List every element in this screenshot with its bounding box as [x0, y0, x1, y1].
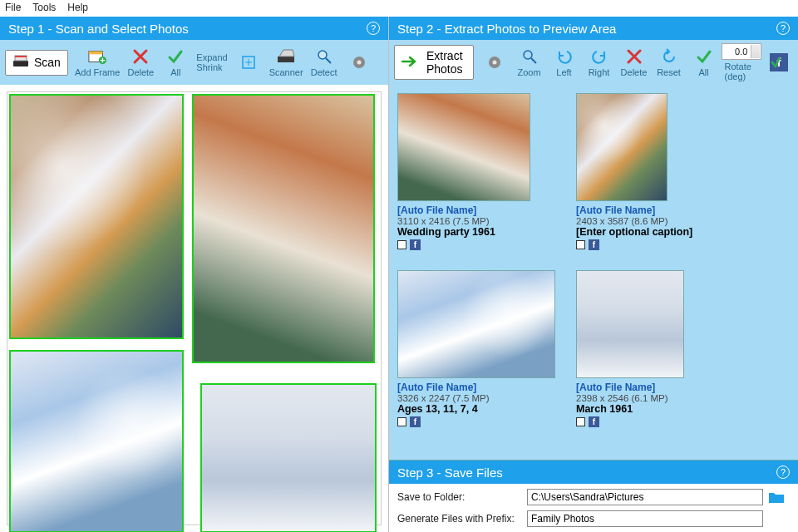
menu-tools[interactable]: Tools: [32, 2, 56, 15]
delete-preview-button[interactable]: Delete: [620, 47, 648, 77]
all-label: All: [170, 67, 180, 77]
browse-folder-button[interactable]: [768, 490, 785, 504]
detect-button[interactable]: Detect: [310, 47, 338, 77]
resize-icon: [239, 53, 258, 71]
caption-text[interactable]: March 1961: [576, 403, 738, 415]
auto-filename[interactable]: [Auto File Name]: [576, 382, 738, 393]
step3-body: Save to Folder: Generate Files with Pref…: [389, 484, 798, 532]
gear-icon: [350, 53, 368, 71]
step2-title: Step 2 - Extract Photos to Preview Area: [397, 22, 616, 36]
auto-filename[interactable]: [Auto File Name]: [397, 382, 559, 393]
arrow-right-icon: [401, 56, 418, 70]
reset-button[interactable]: Reset: [655, 47, 683, 77]
add-frame-icon: [88, 47, 106, 66]
auto-filename[interactable]: [Auto File Name]: [397, 204, 559, 216]
select-checkbox[interactable]: [576, 417, 585, 426]
preview-thumb[interactable]: [576, 270, 684, 378]
preview-thumb[interactable]: [397, 93, 530, 201]
prefix-label: Generate Files with Prefix:: [397, 513, 522, 525]
preview-card[interactable]: [Auto File Name] 2403 x 3587 (8.6 MP) [E…: [576, 93, 738, 250]
scan-canvas[interactable]: [7, 91, 382, 525]
scan-frame-1[interactable]: [9, 94, 184, 339]
detect-label: Detect: [311, 67, 337, 77]
right-panel: Step 2 - Extract Photos to Preview Area …: [389, 17, 798, 532]
select-checkbox[interactable]: [576, 240, 585, 249]
right-label: Right: [589, 67, 610, 77]
scan-frame-3[interactable]: [9, 350, 184, 532]
preview-thumb[interactable]: [576, 93, 667, 201]
addframe-label: Add Frame: [75, 67, 120, 77]
magnifier-icon: [520, 47, 539, 66]
preview-card[interactable]: [Auto File Name] 2398 x 2546 (6.1 MP) Ma…: [576, 270, 738, 427]
all2-label: All: [698, 67, 708, 77]
magnifier-icon: [315, 47, 333, 66]
caption-text[interactable]: Ages 13, 11, 7, 4: [397, 403, 559, 415]
caption-text[interactable]: [Enter optional caption]: [576, 226, 738, 238]
caption-text[interactable]: Wedding party 1961: [397, 226, 559, 238]
scan-label: Scan: [34, 56, 61, 69]
preview-area[interactable]: [Auto File Name] 3110 x 2416 (7.5 MP) We…: [389, 85, 798, 460]
select-all-preview-button[interactable]: All: [690, 47, 718, 77]
menu-help[interactable]: Help: [67, 2, 88, 15]
step2-settings-button[interactable]: [480, 53, 509, 71]
facebook-icon[interactable]: f: [410, 416, 421, 427]
scan-frame-2[interactable]: [192, 94, 375, 363]
svg-rect-0: [13, 61, 28, 66]
check-all-icon: [166, 47, 185, 66]
extract-label: Extract Photos: [423, 49, 466, 76]
zoom-label: Zoom: [517, 67, 540, 77]
dimensions-text: 3110 x 2416 (7.5 MP): [397, 216, 559, 226]
dimensions-text: 2403 x 3587 (8.6 MP): [576, 216, 738, 226]
rotate-degree-control[interactable]: 0.0 Rotate (deg): [725, 43, 759, 81]
svg-rect-2: [15, 56, 27, 57]
step3-header: Step 3 - Save Files ?: [389, 461, 798, 484]
step2-toolbar: Extract Photos Zoom Left: [389, 40, 798, 85]
facebook-icon[interactable]: f: [589, 239, 599, 250]
help-icon[interactable]: ?: [776, 466, 790, 479]
rotate-label: Rotate (deg): [725, 62, 759, 81]
help-icon[interactable]: ?: [776, 22, 790, 35]
menu-file[interactable]: File: [5, 2, 21, 15]
rotate-value-spinner[interactable]: 0.0: [722, 43, 761, 60]
scanner-settings-button[interactable]: Scanner: [269, 47, 303, 77]
select-checkbox[interactable]: [397, 417, 406, 426]
scan-button[interactable]: Scan: [5, 50, 68, 76]
save-to-folder-input[interactable]: [527, 489, 763, 505]
step1-title: Step 1 - Scan and Select Photos: [8, 22, 189, 36]
extract-button[interactable]: Extract Photos: [394, 45, 474, 80]
prefix-input[interactable]: [527, 510, 763, 527]
expand-shrink-button[interactable]: Expand Shrink: [196, 52, 227, 72]
step1-settings-button[interactable]: [345, 53, 373, 71]
expand-label: Expand: [196, 52, 227, 62]
dimensions-text: 3326 x 2247 (7.5 MP): [397, 393, 559, 403]
rotate-left-button[interactable]: Left: [550, 47, 579, 77]
save-to-label: Save to Folder:: [397, 491, 522, 503]
delete-button[interactable]: Delete: [126, 47, 155, 77]
expand-shrink-icon-button[interactable]: [234, 53, 263, 71]
preview-card[interactable]: [Auto File Name] 3326 x 2247 (7.5 MP) Ag…: [397, 270, 559, 427]
svg-point-10: [357, 61, 361, 65]
select-checkbox[interactable]: [397, 240, 406, 249]
facebook-icon[interactable]: f: [410, 239, 421, 250]
svg-point-12: [492, 61, 496, 65]
zoom-button[interactable]: Zoom: [515, 47, 544, 77]
scan-frame-4[interactable]: [200, 383, 377, 532]
preview-grid: [Auto File Name] 3110 x 2416 (7.5 MP) We…: [397, 93, 790, 427]
gear-icon: [485, 53, 504, 71]
help-icon[interactable]: ?: [367, 22, 380, 35]
auto-filename[interactable]: [Auto File Name]: [576, 204, 738, 216]
scan-area[interactable]: [0, 85, 388, 532]
facebook-button[interactable]: f: [765, 53, 793, 71]
select-all-button[interactable]: All: [161, 47, 190, 77]
dimensions-text: 2398 x 2546 (6.1 MP): [576, 393, 738, 403]
scanner-label: Scanner: [269, 67, 303, 77]
addframe-button[interactable]: Add Frame: [75, 47, 120, 77]
preview-thumb[interactable]: [397, 270, 555, 378]
facebook-icon[interactable]: f: [589, 416, 599, 427]
shrink-label: Shrink: [196, 62, 227, 72]
delete2-label: Delete: [621, 67, 648, 77]
preview-card[interactable]: [Auto File Name] 3110 x 2416 (7.5 MP) We…: [397, 93, 559, 250]
rotate-right-button[interactable]: Right: [585, 47, 613, 77]
step2-header: Step 2 - Extract Photos to Preview Area …: [389, 17, 798, 40]
scanner-icon: [12, 54, 29, 71]
